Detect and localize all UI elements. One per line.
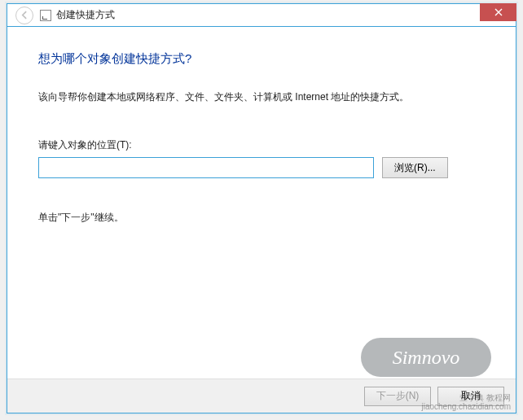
location-label: 请键入对象的位置(T): — [38, 138, 485, 152]
back-button — [15, 7, 33, 24]
next-button[interactable]: 下一步(N) — [364, 387, 431, 406]
wizard-hint: 单击"下一步"继续。 — [38, 211, 485, 225]
watermark-badge: Simnovo — [361, 338, 491, 377]
dialog-window: 创建快捷方式 想为哪个对象创建快捷方式? 该向导帮你创建本地或网络程序、文件、文… — [7, 3, 516, 413]
footer: 下一步(N) 取消 — [7, 378, 516, 413]
location-input[interactable] — [38, 157, 374, 178]
browse-button[interactable]: 浏览(R)... — [382, 157, 448, 178]
wizard-heading: 想为哪个对象创建快捷方式? — [38, 51, 485, 67]
titlebar: 创建快捷方式 — [7, 4, 516, 27]
close-button[interactable] — [480, 3, 516, 21]
cancel-button[interactable]: 取消 — [437, 387, 504, 406]
window-title: 创建快捷方式 — [56, 8, 115, 22]
location-row: 浏览(R)... — [38, 157, 485, 178]
wizard-description: 该向导帮你创建本地或网络程序、文件、文件夹、计算机或 Internet 地址的快… — [38, 90, 485, 104]
shortcut-icon — [40, 10, 51, 21]
close-icon — [494, 8, 503, 16]
content-area: 想为哪个对象创建快捷方式? 该向导帮你创建本地或网络程序、文件、文件夹、计算机或… — [7, 27, 516, 225]
